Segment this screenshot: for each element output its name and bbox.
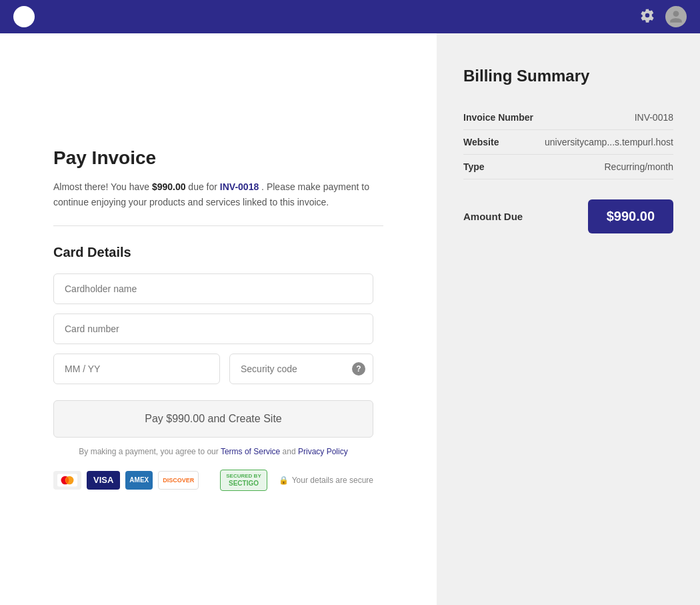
card-number-input[interactable] bbox=[53, 314, 373, 344]
lock-icon: 🔒 bbox=[279, 476, 289, 485]
discover-icon: DISCOVER bbox=[158, 471, 199, 490]
invoice-number-row: Invoice Number INV-0018 bbox=[463, 105, 673, 130]
amount-due-label: Amount Due bbox=[463, 211, 523, 222]
website-value: universitycamp...s.tempurl.host bbox=[545, 137, 673, 147]
type-value: Recurring/month bbox=[605, 161, 674, 172]
invoice-number-value: INV-0018 bbox=[635, 112, 673, 123]
website-row: Website universitycamp...s.tempurl.host bbox=[463, 130, 673, 155]
expiry-input[interactable] bbox=[53, 354, 220, 384]
privacy-policy-link[interactable]: Privacy Policy bbox=[298, 447, 348, 456]
terms-mid: and bbox=[280, 447, 298, 456]
pay-button[interactable]: Pay $990.00 and Create Site bbox=[53, 400, 373, 438]
user-avatar[interactable] bbox=[665, 6, 687, 27]
desc-invoice-id: INV-0018 bbox=[220, 181, 259, 192]
type-row: Type Recurring/month bbox=[463, 155, 673, 179]
website-label: Website bbox=[463, 137, 499, 147]
invoice-number-label: Invoice Number bbox=[463, 112, 533, 123]
type-label: Type bbox=[463, 161, 485, 172]
terms-prefix: By making a payment, you agree to our bbox=[79, 447, 221, 456]
expiry-security-group: ? bbox=[53, 354, 383, 384]
security-help-icon[interactable]: ? bbox=[352, 362, 365, 376]
sectigo-line1: SECURED BY bbox=[226, 473, 261, 480]
page-title: Pay Invoice bbox=[53, 147, 383, 169]
card-number-group bbox=[53, 314, 383, 344]
topnav-actions bbox=[640, 6, 687, 27]
desc-prefix: Almost there! You have bbox=[53, 181, 152, 192]
cardholder-group bbox=[53, 273, 383, 304]
sectigo-badge: SECURED BY SECTIGO bbox=[220, 470, 267, 491]
pay-description: Almost there! You have $990.00 due for I… bbox=[53, 179, 373, 209]
desc-mid: due for bbox=[185, 181, 219, 192]
mastercard-icon bbox=[53, 471, 81, 490]
visa-icon: VISA bbox=[87, 471, 120, 490]
payment-panel: Pay Invoice Almost there! You have $990.… bbox=[0, 33, 437, 605]
sectigo-line2: SECTIGO bbox=[229, 480, 259, 488]
desc-amount: $990.00 bbox=[152, 181, 186, 192]
secure-label: Your details are secure bbox=[292, 476, 373, 485]
billing-panel: Billing Summary Invoice Number INV-0018 … bbox=[437, 33, 700, 605]
billing-title: Billing Summary bbox=[463, 67, 673, 85]
amount-due-value: $990.00 bbox=[588, 199, 673, 233]
top-navigation bbox=[0, 0, 700, 33]
secure-text-block: 🔒 Your details are secure bbox=[279, 476, 373, 485]
terms-of-service-link[interactable]: Terms of Service bbox=[221, 447, 280, 456]
amount-due-row: Amount Due $990.00 bbox=[463, 199, 673, 233]
amex-icon: AMEX bbox=[125, 471, 153, 490]
cardholder-input[interactable] bbox=[53, 273, 373, 304]
main-layout: Pay Invoice Almost there! You have $990.… bbox=[0, 33, 700, 605]
card-icons-row: VISA AMEX DISCOVER SECURED BY SECTIGO 🔒 … bbox=[53, 470, 373, 491]
card-details-title: Card Details bbox=[53, 245, 383, 260]
app-logo bbox=[13, 6, 35, 27]
security-wrapper: ? bbox=[229, 354, 373, 384]
terms-text: By making a payment, you agree to our Te… bbox=[53, 447, 373, 456]
section-divider bbox=[53, 225, 383, 226]
settings-icon[interactable] bbox=[640, 8, 655, 26]
